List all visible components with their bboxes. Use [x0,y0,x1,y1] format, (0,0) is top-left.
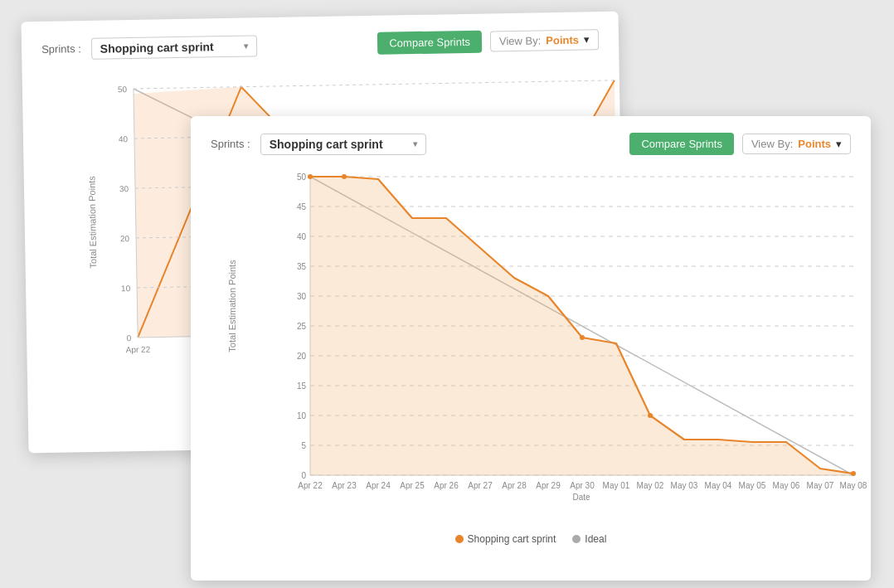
svg-text:10: 10 [297,411,307,420]
front-view-by-chevron-icon: ▾ [836,138,842,150]
svg-text:May 05: May 05 [739,481,766,490]
svg-text:Apr 22: Apr 22 [298,481,323,490]
front-sprint-select[interactable]: Shopping cart sprint ▾ [260,134,426,155]
svg-text:50: 50 [118,85,128,94]
svg-text:May 07: May 07 [807,481,834,490]
svg-text:May 08: May 08 [840,481,867,490]
chart-legend: Shopping cart sprint Ideal [211,533,851,545]
svg-text:Apr 29: Apr 29 [536,481,561,490]
svg-text:50: 50 [297,173,307,182]
svg-text:0: 0 [301,471,306,480]
back-sprint-value: Shopping cart sprint [100,40,214,55]
back-view-by-chevron-icon: ▾ [584,33,590,46]
back-y-axis-label: Total Estimation Points [86,176,98,268]
svg-text:Apr 26: Apr 26 [434,481,459,490]
svg-text:20: 20 [120,234,130,243]
svg-text:35: 35 [297,262,307,271]
back-card-header: Sprints : Shopping cart sprint ▾ Compare… [41,28,599,61]
legend-sprint-item: Shopping cart sprint [455,533,556,545]
legend-sprint-label: Shopping cart sprint [468,533,556,545]
back-view-by[interactable]: View By: Points ▾ [490,29,599,51]
svg-text:40: 40 [297,232,307,241]
front-y-axis-label: Total Estimation Points [227,260,237,352]
svg-text:45: 45 [297,202,307,211]
svg-text:May 01: May 01 [603,481,630,490]
svg-text:30: 30 [297,292,307,301]
svg-line-7 [134,80,615,89]
svg-text:Apr 25: Apr 25 [400,481,425,490]
svg-text:Apr 23: Apr 23 [332,481,357,490]
svg-point-61 [308,174,313,179]
front-chart-area: Total Estimation Points .grid-l { stroke… [211,168,851,525]
front-chevron-icon: ▾ [413,139,417,148]
front-view-by-value: Points [798,138,831,150]
svg-text:40: 40 [119,134,129,143]
svg-text:25: 25 [297,322,307,331]
back-view-by-value: Points [546,34,579,47]
svg-text:Apr 22: Apr 22 [126,345,151,355]
svg-text:Apr 28: Apr 28 [502,481,527,490]
back-sprint-select[interactable]: Shopping cart sprint ▾ [91,35,257,59]
svg-text:15: 15 [297,381,307,391]
legend-sprint-dot [455,535,464,543]
front-sprint-value: Shopping cart sprint [270,138,383,151]
front-header-right: Compare Sprints View By: Points ▾ [629,133,851,155]
svg-text:Apr 24: Apr 24 [366,481,391,490]
front-sprints-label: Sprints : [211,138,250,150]
front-compare-button[interactable]: Compare Sprints [629,133,734,155]
svg-text:May 06: May 06 [773,481,800,490]
legend-ideal-item: Ideal [572,533,606,545]
svg-text:5: 5 [301,441,306,450]
svg-text:20: 20 [297,352,307,361]
front-view-by[interactable]: View By: Points ▾ [742,134,851,154]
back-view-by-label: View By: [499,34,542,47]
back-sprints-label: Sprints : [41,42,81,56]
svg-text:May 03: May 03 [671,481,698,490]
svg-point-65 [851,471,856,476]
back-compare-button[interactable]: Compare Sprints [377,31,482,55]
front-chart-svg: .grid-l { stroke: #ccc; stroke-dasharray… [265,168,870,525]
back-header-right: Compare Sprints View By: Points ▾ [377,28,599,55]
front-chart-card: Sprints : Shopping cart sprint ▾ Compare… [191,116,871,581]
svg-text:Date: Date [572,493,590,502]
svg-point-64 [648,413,653,418]
back-chevron-icon: ▾ [244,41,248,51]
front-card-header: Sprints : Shopping cart sprint ▾ Compare… [211,133,851,155]
svg-text:30: 30 [119,184,129,193]
svg-text:10: 10 [121,284,131,293]
svg-text:Apr 27: Apr 27 [468,481,493,490]
svg-text:May 04: May 04 [705,481,732,490]
svg-point-63 [580,335,585,340]
svg-text:0: 0 [127,333,132,343]
legend-ideal-dot [572,535,581,543]
svg-text:May 02: May 02 [637,481,664,490]
svg-text:Apr 30: Apr 30 [570,481,595,490]
front-view-by-label: View By: [751,138,793,150]
legend-ideal-label: Ideal [585,533,606,545]
svg-point-62 [342,174,347,179]
